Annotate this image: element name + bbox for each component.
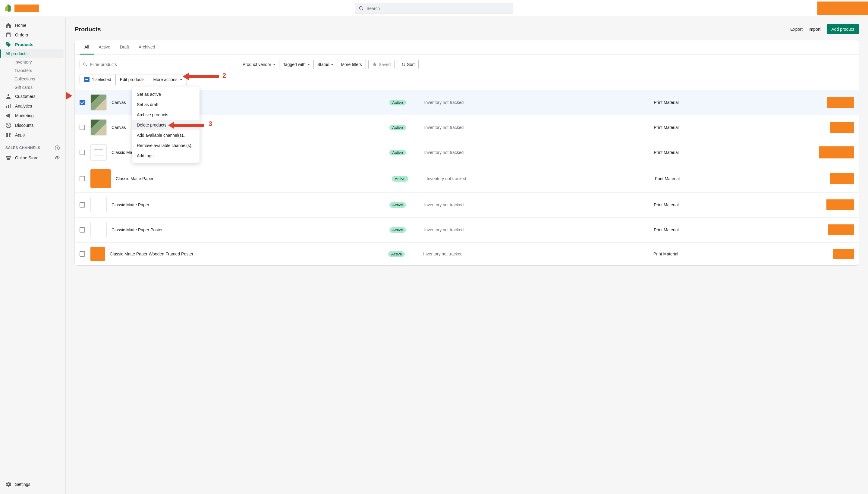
gear-icon xyxy=(5,481,12,487)
import-button[interactable]: Import xyxy=(809,27,821,32)
type-cell: Print Material xyxy=(654,203,814,207)
page-title: Products xyxy=(75,26,101,33)
nav-discounts-label: Discounts xyxy=(15,123,34,128)
view-store-icon[interactable] xyxy=(55,155,60,160)
row-checkbox[interactable] xyxy=(79,202,85,208)
sidebar: Home Orders Products All products Invent… xyxy=(0,17,66,494)
nav-analytics[interactable]: Analytics xyxy=(0,101,66,111)
dropdown-archive[interactable]: Archive products xyxy=(132,110,200,120)
type-cell: Print Material xyxy=(654,100,814,105)
nav-marketing[interactable]: Marketing xyxy=(0,111,66,120)
nav-customers[interactable]: Customers xyxy=(0,92,66,101)
row-checkbox[interactable] xyxy=(79,227,85,232)
bulk-selected-label: 1 selected xyxy=(92,77,111,82)
add-channel-icon[interactable] xyxy=(55,145,60,151)
filter-vendor[interactable]: Product vendor xyxy=(239,60,279,69)
star-icon xyxy=(372,62,377,67)
vendor-redacted xyxy=(833,249,854,259)
nav-gift-cards[interactable]: Gift cards xyxy=(0,83,66,92)
dropdown-set-draft[interactable]: Set as draft xyxy=(132,99,200,110)
vendor-redacted xyxy=(827,97,854,108)
products-card: All Active Draft Archived Product vendor… xyxy=(75,40,859,265)
inventory-cell: Inventory not tracked xyxy=(424,150,649,155)
filter-toolbar: Product vendor Tagged with Status More f… xyxy=(75,55,859,74)
search-icon xyxy=(83,62,88,67)
product-thumbnail xyxy=(90,144,107,160)
row-checkbox[interactable] xyxy=(79,125,85,130)
sort-icon xyxy=(401,62,406,67)
nav-marketing-label: Marketing xyxy=(15,113,34,118)
filter-status[interactable]: Status xyxy=(313,60,337,69)
nav-apps[interactable]: Apps xyxy=(0,130,66,140)
bulk-action-bar: 1 selected Edit products More actions Se… xyxy=(75,74,859,90)
search-input[interactable] xyxy=(367,6,509,11)
nav-discounts[interactable]: Discounts xyxy=(0,120,66,130)
product-name[interactable]: Classic Matte Paper Poster xyxy=(112,227,385,232)
tab-draft[interactable]: Draft xyxy=(115,40,134,55)
table-row[interactable]: Classic Matte Paper Wooden Framed Poster… xyxy=(75,242,859,265)
product-name[interactable]: Classic Matte Paper xyxy=(116,176,387,181)
account-redacted[interactable] xyxy=(817,1,868,15)
sales-channels-text: SALES CHANNELS xyxy=(5,146,40,150)
svg-point-10 xyxy=(57,157,58,158)
customers-icon xyxy=(5,93,12,99)
type-cell: Print Material xyxy=(655,176,814,181)
more-filters-button[interactable]: More filters xyxy=(337,60,366,69)
filter-tagged[interactable]: Tagged with xyxy=(279,60,313,69)
search-box[interactable] xyxy=(355,3,513,14)
svg-rect-4 xyxy=(10,104,11,108)
table-row[interactable]: Classic Matte Paper Active Inventory not… xyxy=(75,165,859,192)
inventory-cell: Inventory not tracked xyxy=(424,125,649,130)
product-name[interactable]: Classic Matte Paper xyxy=(112,203,385,207)
filter-products-field[interactable] xyxy=(90,62,233,67)
svg-point-1 xyxy=(7,94,10,96)
type-cell: Print Material xyxy=(654,150,814,155)
product-name[interactable]: Classic Matte Paper Wooden Framed Poster xyxy=(110,251,383,256)
nav-online-store[interactable]: Online Store xyxy=(0,153,66,163)
dropdown-delete[interactable]: Delete products xyxy=(132,120,200,130)
nav-all-products[interactable]: All products xyxy=(2,50,63,58)
vendor-redacted xyxy=(826,200,854,210)
nav-collections[interactable]: Collections xyxy=(0,75,66,83)
nav-transfers[interactable]: Transfers xyxy=(0,66,66,75)
status-badge: Active xyxy=(392,176,408,182)
nav-orders[interactable]: Orders xyxy=(0,30,66,40)
saved-button[interactable]: Saved xyxy=(368,60,395,69)
nav-online-store-label: Online Store xyxy=(15,155,39,160)
product-thumbnail xyxy=(90,222,107,238)
topbar xyxy=(0,0,868,17)
product-thumbnail xyxy=(90,119,107,136)
row-checkbox[interactable] xyxy=(79,150,85,155)
filter-products-input[interactable] xyxy=(79,60,236,69)
edit-products-button[interactable]: Edit products xyxy=(116,74,149,85)
more-actions-button[interactable]: More actions xyxy=(149,74,187,85)
chevron-down-icon xyxy=(273,64,275,65)
table-row[interactable]: Classic Matte Paper Poster Active Invent… xyxy=(75,217,859,242)
row-checkbox[interactable] xyxy=(79,176,85,181)
inventory-cell: Inventory not tracked xyxy=(424,100,649,105)
tab-archived[interactable]: Archived xyxy=(134,40,160,55)
table-row[interactable]: Classic Matte Paper Active Inventory not… xyxy=(75,192,859,217)
dropdown-add-tags[interactable]: Add tags xyxy=(132,151,200,161)
nav-apps-label: Apps xyxy=(15,133,25,137)
row-checkbox[interactable] xyxy=(79,100,85,105)
discounts-icon xyxy=(5,122,12,128)
sales-channels-label: SALES CHANNELS xyxy=(0,140,66,153)
nav-inventory[interactable]: Inventory xyxy=(0,58,66,66)
tab-all[interactable]: All xyxy=(79,40,94,55)
inventory-cell: Inventory not tracked xyxy=(424,227,649,232)
dropdown-set-active[interactable]: Set as active xyxy=(132,89,200,99)
more-actions-dropdown: Set as active Set as draft Archive produ… xyxy=(132,87,200,163)
row-checkbox[interactable] xyxy=(79,251,85,256)
header-actions: Export Import Add product xyxy=(790,24,859,34)
bulk-selected-count[interactable]: 1 selected xyxy=(79,74,116,85)
nav-home[interactable]: Home xyxy=(0,20,66,30)
sort-button[interactable]: Sort xyxy=(397,60,419,69)
export-button[interactable]: Export xyxy=(790,27,802,32)
dropdown-remove-channel[interactable]: Remove available channel(s)... xyxy=(132,140,200,151)
nav-products[interactable]: Products xyxy=(0,40,66,50)
add-product-button[interactable]: Add product xyxy=(827,24,859,34)
dropdown-add-channel[interactable]: Add available channel(s)... xyxy=(132,130,200,140)
tab-active[interactable]: Active xyxy=(94,40,115,55)
nav-settings[interactable]: Settings xyxy=(0,479,66,489)
